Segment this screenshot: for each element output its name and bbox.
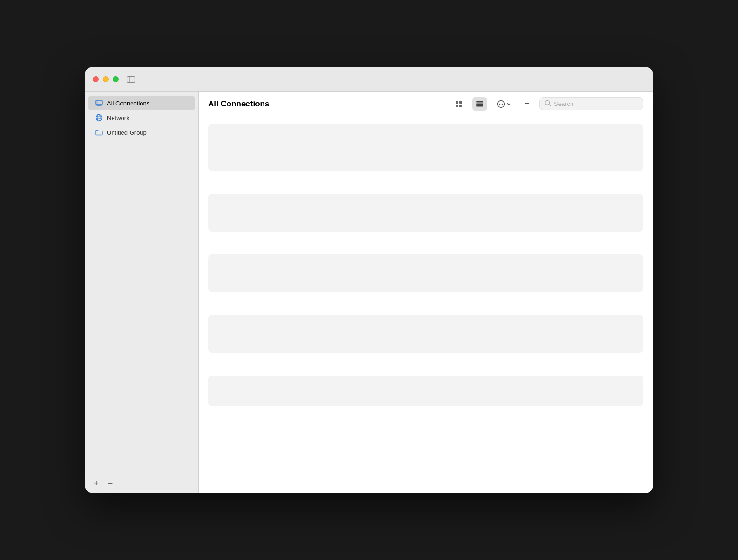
svg-rect-0 (127, 76, 135, 82)
svg-point-18 (499, 103, 500, 104)
svg-point-6 (96, 115, 102, 121)
skeleton-spacer (208, 299, 643, 308)
list-view-button[interactable] (472, 97, 487, 111)
globe-icon (95, 114, 103, 122)
main-area: All Connections Network (85, 92, 653, 493)
svg-rect-10 (456, 101, 458, 104)
add-button[interactable]: + (520, 97, 534, 111)
skeleton-spacer (208, 238, 643, 248)
sidebar-item-network-label: Network (107, 114, 130, 122)
monitor-icon (95, 99, 103, 107)
minimize-button[interactable] (103, 76, 109, 82)
grid-view-button[interactable] (451, 97, 466, 111)
search-container (539, 97, 643, 110)
add-connection-button[interactable]: + (90, 478, 102, 490)
skeleton-row (208, 315, 643, 353)
skeleton-row (208, 194, 643, 232)
sidebar-item-all-connections[interactable]: All Connections (88, 96, 195, 110)
sidebar-item-network[interactable]: Network (88, 111, 195, 125)
sidebar-toggle-button[interactable] (124, 73, 138, 86)
svg-rect-5 (96, 100, 98, 105)
close-button[interactable] (93, 76, 99, 82)
svg-rect-3 (97, 105, 100, 105)
chevron-down-icon (506, 102, 511, 106)
more-options-button[interactable] (493, 98, 515, 110)
content-body (199, 116, 653, 493)
content-area: All Connections (199, 92, 653, 493)
search-input[interactable] (554, 100, 638, 107)
svg-rect-12 (456, 105, 458, 107)
traffic-lights (93, 76, 119, 82)
folder-icon (95, 128, 103, 137)
sidebar-footer: + − (85, 474, 198, 493)
page-title: All Connections (208, 99, 269, 109)
skeleton-row (208, 124, 643, 171)
svg-point-19 (501, 103, 501, 104)
sidebar-item-untitled-group[interactable]: Untitled Group (88, 125, 195, 140)
svg-rect-16 (476, 105, 483, 107)
content-header: All Connections (199, 92, 653, 116)
sidebar-item-all-connections-label: All Connections (107, 100, 149, 107)
maximize-button[interactable] (113, 76, 119, 82)
app-window: All Connections Network (85, 67, 653, 493)
sidebar-content: All Connections Network (85, 92, 198, 474)
remove-connection-button[interactable]: − (104, 478, 116, 490)
svg-rect-15 (476, 103, 483, 105)
skeleton-row (208, 254, 643, 292)
sidebar: All Connections Network (85, 92, 199, 493)
search-icon (545, 100, 551, 108)
skeleton-spacer (208, 359, 643, 369)
svg-point-7 (97, 115, 100, 121)
titlebar (85, 67, 653, 92)
svg-rect-14 (476, 101, 483, 103)
svg-rect-13 (459, 105, 462, 107)
svg-rect-11 (459, 101, 462, 104)
skeleton-row (208, 376, 643, 406)
svg-point-20 (502, 103, 503, 104)
sidebar-item-untitled-group-label: Untitled Group (107, 129, 147, 136)
skeleton-spacer (208, 178, 643, 187)
svg-line-22 (549, 104, 550, 105)
